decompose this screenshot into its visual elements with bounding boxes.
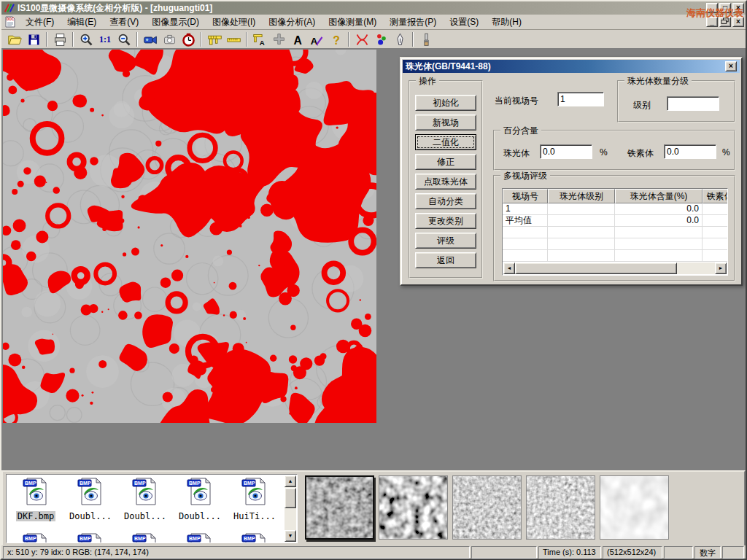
ferrite-percent-input[interactable] bbox=[664, 144, 716, 159]
print-button[interactable] bbox=[50, 31, 69, 48]
operation-button-9[interactable]: 返回 bbox=[415, 252, 476, 268]
operation-button-7[interactable]: 更改类别 bbox=[415, 213, 476, 229]
pen-button[interactable] bbox=[390, 31, 409, 48]
mdi-minimize-button[interactable]: _ bbox=[706, 17, 718, 27]
file-scroll-thumb[interactable] bbox=[285, 488, 296, 508]
thumbnail-image[interactable] bbox=[600, 475, 669, 540]
table-row[interactable] bbox=[503, 238, 727, 250]
bmp-file-icon: BMP bbox=[185, 477, 214, 506]
file-item[interactable]: BMPDoubl... bbox=[119, 477, 171, 522]
pearlite-percent-input[interactable] bbox=[540, 144, 592, 159]
file-name[interactable]: Doubl... bbox=[123, 511, 168, 521]
menu-item[interactable]: 编辑(E) bbox=[61, 15, 103, 30]
file-item[interactable]: BMP bbox=[64, 532, 117, 543]
scroll-up-icon[interactable]: ▲ bbox=[285, 475, 296, 487]
table-column-header: 视场号 bbox=[503, 189, 548, 203]
brush-button[interactable] bbox=[417, 31, 436, 48]
scroll-down-icon[interactable]: ▼ bbox=[285, 530, 296, 542]
thumbnail-image[interactable] bbox=[379, 475, 448, 540]
file-name[interactable]: Doubl... bbox=[68, 511, 113, 521]
text-button[interactable]: A bbox=[288, 31, 307, 48]
measure-label-button[interactable]: A bbox=[250, 31, 269, 48]
scroll-right-icon[interactable]: ► bbox=[715, 262, 727, 274]
mode-indicator: 数字 bbox=[694, 546, 721, 559]
curve-tool-button[interactable] bbox=[352, 31, 371, 48]
menu-item[interactable]: 图像显示(D) bbox=[145, 15, 206, 30]
menu-item[interactable]: 图像分析(A) bbox=[262, 15, 322, 30]
zoom-in-button[interactable] bbox=[77, 31, 96, 48]
help-button[interactable]: ? bbox=[326, 31, 345, 48]
current-field-input[interactable] bbox=[557, 92, 604, 106]
toolbar-separator bbox=[412, 32, 414, 47]
camera-icon bbox=[162, 32, 177, 47]
save-button[interactable] bbox=[24, 31, 43, 48]
mdi-close-button[interactable]: × bbox=[732, 17, 744, 27]
brush-icon bbox=[419, 32, 434, 47]
table-row[interactable]: 10.0 bbox=[503, 203, 727, 215]
annotate-button[interactable]: A bbox=[307, 31, 326, 48]
move-cross-button[interactable] bbox=[269, 31, 288, 48]
menu-item[interactable]: 查看(V) bbox=[103, 15, 145, 30]
zoom-out-button[interactable] bbox=[115, 31, 133, 48]
svg-text:BMP: BMP bbox=[80, 536, 91, 541]
thumbnail-image[interactable] bbox=[526, 475, 595, 540]
table-cell bbox=[703, 227, 728, 238]
file-item[interactable]: BMP bbox=[228, 532, 281, 543]
file-name[interactable]: Doubl... bbox=[177, 511, 222, 521]
timer-button[interactable] bbox=[179, 31, 198, 48]
open-folder-button[interactable] bbox=[5, 31, 24, 48]
operation-button-6[interactable]: 自动分类 bbox=[415, 193, 476, 209]
table-row[interactable]: 平均值0.0 bbox=[503, 215, 727, 227]
operation-buttons: 初始化新视场二值化修正点取珠光体自动分类更改类别评级返回 bbox=[410, 95, 481, 268]
move-cross-icon bbox=[271, 32, 287, 47]
operation-button-1[interactable]: 初始化 bbox=[415, 95, 476, 111]
file-item[interactable]: BMP bbox=[9, 532, 62, 543]
camera-button[interactable] bbox=[160, 31, 179, 48]
video-camera-button[interactable] bbox=[141, 31, 160, 48]
file-item[interactable]: BMPDoubl... bbox=[64, 477, 117, 522]
specimen-image[interactable] bbox=[3, 50, 376, 423]
operation-button-5[interactable]: 点取珠光体 bbox=[415, 174, 476, 190]
file-name[interactable]: DKF.bmp bbox=[16, 511, 56, 521]
mdi-restore-button[interactable] bbox=[719, 17, 731, 27]
operation-button-3[interactable]: 二值化 bbox=[415, 134, 476, 150]
svg-text:BMP: BMP bbox=[244, 481, 255, 486]
file-item[interactable]: BMPHuiTi... bbox=[228, 477, 281, 522]
dialog-title-bar[interactable]: 珠光体(GB/T9441-88) × bbox=[403, 60, 740, 73]
menu-item[interactable]: 文件(F) bbox=[19, 15, 61, 30]
particle-color-button[interactable] bbox=[371, 31, 390, 48]
operation-button-2[interactable]: 新视场 bbox=[415, 114, 476, 131]
close-button[interactable]: × bbox=[732, 3, 744, 13]
menu-item[interactable]: 图像测量(M) bbox=[322, 15, 383, 30]
operation-button-4[interactable]: 修正 bbox=[415, 154, 476, 170]
maximize-button[interactable]: □ bbox=[719, 3, 731, 13]
menu-item[interactable]: 图像处理(I) bbox=[206, 15, 262, 30]
minimize-button[interactable]: _ bbox=[706, 3, 718, 13]
file-item[interactable]: BMP bbox=[119, 532, 171, 543]
table-row[interactable] bbox=[503, 250, 727, 262]
thumbnail-image[interactable] bbox=[305, 475, 374, 540]
scroll-left-icon[interactable]: ◄ bbox=[503, 262, 515, 274]
file-item[interactable]: BMPDoubl... bbox=[174, 477, 226, 522]
level-input[interactable] bbox=[667, 96, 719, 111]
dialog-close-button[interactable]: × bbox=[725, 61, 737, 71]
scroll-track[interactable] bbox=[677, 262, 715, 274]
toolbar: 1:1AAA? bbox=[1, 31, 746, 49]
svg-text:BMP: BMP bbox=[25, 536, 36, 541]
actual-size-button[interactable]: 1:1 bbox=[96, 31, 115, 48]
file-name[interactable]: HuiTi... bbox=[232, 511, 277, 521]
document-icon[interactable]: DOC bbox=[4, 16, 16, 28]
menu-item[interactable]: 帮助(H) bbox=[485, 15, 528, 30]
file-item[interactable]: BMPDKF.bmp bbox=[9, 477, 62, 522]
operation-button-8[interactable]: 评级 bbox=[415, 233, 476, 249]
file-vscrollbar[interactable]: ▲ ▼ bbox=[285, 475, 296, 542]
ruler-button[interactable] bbox=[224, 31, 243, 48]
file-item[interactable]: BMP bbox=[174, 532, 226, 543]
menu-item[interactable]: 设置(S) bbox=[443, 15, 485, 30]
thumbnail-image[interactable] bbox=[452, 475, 522, 540]
menu-item[interactable]: 测量报告(P) bbox=[383, 15, 443, 30]
scroll-thumb[interactable] bbox=[515, 262, 677, 274]
table-hscrollbar[interactable]: ◄ ► bbox=[503, 262, 727, 274]
table-row[interactable] bbox=[503, 227, 727, 238]
caliper-button[interactable] bbox=[205, 31, 224, 48]
